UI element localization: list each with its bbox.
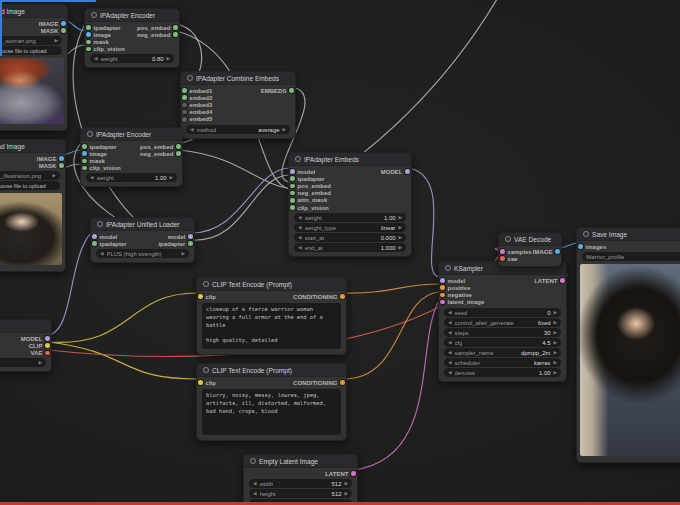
upload-button[interactable]: choose file to upload <box>0 46 62 55</box>
node-clip-text-encode-negative[interactable]: CLIP Text Encode (Prompt) clip CONDITION… <box>196 363 347 441</box>
input-neg-embed[interactable]: neg_embed <box>290 190 411 197</box>
collapse-icon[interactable] <box>445 265 451 271</box>
node-title-bar[interactable]: Load Image <box>0 5 67 18</box>
decrement-arrow-icon[interactable]: ◀ <box>448 310 452 315</box>
output-vae[interactable]: VAE <box>21 349 50 356</box>
input-images[interactable]: images <box>578 243 680 250</box>
output-model[interactable]: model <box>158 233 193 240</box>
node-title-bar[interactable]: VAE Decode <box>499 233 561 246</box>
next-arrow-icon[interactable]: ▶ <box>398 225 402 230</box>
input-clip-vision[interactable]: clip_vision <box>86 46 179 53</box>
node-clip-text-encode-positive[interactable]: CLIP Text Encode (Prompt) clip CONDITION… <box>196 277 347 355</box>
next-arrow-icon[interactable]: ▶ <box>553 350 557 355</box>
node-title-bar[interactable]: Empty Latent Image <box>244 455 357 468</box>
node-title-bar[interactable]: Save Image <box>577 228 680 241</box>
node-ipadapter-combine-embeds[interactable]: IPAdapter Combine Embeds embed1 embed2 e… <box>180 71 296 139</box>
node-ipadapter-unified-loader[interactable]: IPAdapter Unified Loader model ipadapter… <box>90 217 195 263</box>
node-load-image-2[interactable]: Load Image IMAGE MASK anime_illustration… <box>0 139 66 272</box>
output-mask[interactable]: MASK <box>37 162 64 169</box>
collapse-icon[interactable] <box>91 12 97 18</box>
widget-height[interactable]: ◀height512▶ <box>249 489 352 498</box>
next-arrow-icon[interactable]: ▶ <box>553 360 557 365</box>
increment-arrow-icon[interactable]: ▶ <box>553 370 557 375</box>
increment-arrow-icon[interactable]: ▶ <box>169 175 173 180</box>
node-load-checkpoint[interactable]: Load Checkpoint MODEL CLIP VAE sd15.safe… <box>0 319 52 372</box>
output-model[interactable]: MODEL <box>381 168 410 175</box>
next-arrow-icon[interactable]: ▶ <box>553 320 557 325</box>
widget-sampler-name[interactable]: ◀sampler_namedpmpp_2m▶ <box>444 348 561 357</box>
input-embed5[interactable]: embed5 <box>182 116 295 123</box>
prev-arrow-icon[interactable]: ◀ <box>448 360 452 365</box>
node-title-bar[interactable]: CLIP Text Encode (Prompt) <box>197 364 346 377</box>
widget-start-at[interactable]: ◀start_at0.000▶ <box>294 233 406 242</box>
prompt-textarea[interactable]: blurry, noisy, messy, lowres, jpeg, arti… <box>202 389 341 435</box>
decrement-arrow-icon[interactable]: ◀ <box>253 491 257 496</box>
image-file-select[interactable]: anime_illustration.png▶ <box>0 171 60 180</box>
decrement-arrow-icon[interactable]: ◀ <box>90 175 94 180</box>
next-arrow-icon[interactable]: ▶ <box>282 127 286 132</box>
output-embeds[interactable]: EMBEDS <box>261 87 294 94</box>
output-conditioning[interactable]: CONDITIONING <box>293 293 345 300</box>
node-title-bar[interactable]: IPAdapter Encoder <box>81 128 182 141</box>
input-attn-mask[interactable]: attn_mask <box>290 197 411 204</box>
node-vae-decode[interactable]: VAE Decode samples vae IMAGE <box>498 232 562 267</box>
output-clip[interactable]: CLIP <box>21 342 50 349</box>
input-mask[interactable]: mask <box>82 157 182 164</box>
input-pos-embed[interactable]: pos_embed <box>290 182 411 189</box>
input-vae[interactable]: vae <box>500 255 561 262</box>
next-arrow-icon[interactable]: ▶ <box>181 251 185 256</box>
decrement-arrow-icon[interactable]: ◀ <box>94 56 98 61</box>
input-negative[interactable]: negative <box>440 291 566 298</box>
increment-arrow-icon[interactable]: ▶ <box>398 215 402 220</box>
collapse-icon[interactable] <box>87 131 93 137</box>
node-load-image-1[interactable]: Load Image IMAGE MASK warrior_woman.png▶… <box>0 4 68 131</box>
collapse-icon[interactable] <box>250 458 256 464</box>
collapse-icon[interactable] <box>203 281 209 287</box>
widget-preset[interactable]: ◀PLUS (high strength)▶ <box>96 249 189 258</box>
output-image[interactable]: IMAGE <box>37 155 64 162</box>
prev-arrow-icon[interactable]: ◀ <box>448 320 452 325</box>
output-neg-embed[interactable]: neg_embed <box>137 31 178 38</box>
increment-arrow-icon[interactable]: ▶ <box>553 340 557 345</box>
output-image[interactable]: IMAGE <box>533 248 560 255</box>
input-clip-vision[interactable]: clip_vision <box>290 204 411 211</box>
output-conditioning[interactable]: CONDITIONING <box>293 379 345 386</box>
node-empty-latent-image[interactable]: Empty Latent Image LATENT ◀width512▶ ◀he… <box>243 454 358 505</box>
decrement-arrow-icon[interactable]: ◀ <box>253 481 257 486</box>
node-title-bar[interactable]: Load Checkpoint <box>0 320 51 333</box>
prev-arrow-icon[interactable]: ◀ <box>100 251 104 256</box>
collapse-icon[interactable] <box>203 367 209 373</box>
widget-width[interactable]: ◀width512▶ <box>249 479 352 488</box>
upload-button[interactable]: choose file to upload <box>0 181 60 190</box>
increment-arrow-icon[interactable]: ▶ <box>166 56 170 61</box>
input-ipadapter[interactable]: ipadapter <box>290 175 411 182</box>
widget-seed[interactable]: ◀seed0▶ <box>444 308 561 317</box>
prev-arrow-icon[interactable]: ◀ <box>448 350 452 355</box>
input-positive[interactable]: positive <box>440 284 566 291</box>
node-title-bar[interactable]: IPAdapter Combine Embeds <box>181 72 295 85</box>
collapse-icon[interactable] <box>505 236 511 242</box>
input-embed4[interactable]: embed4 <box>182 109 295 116</box>
increment-arrow-icon[interactable]: ▶ <box>398 235 402 240</box>
prompt-textarea[interactable]: closeup of a fierce warrior woman wearin… <box>202 303 341 349</box>
node-ipadapter-encoder-2[interactable]: IPAdapter Encoder ipadapter image mask c… <box>80 127 183 187</box>
increment-arrow-icon[interactable]: ▶ <box>344 481 348 486</box>
node-title-bar[interactable]: Load Image <box>0 140 65 153</box>
node-save-image[interactable]: Save Image images Warrior_profile <box>576 227 680 463</box>
node-ipadapter-encoder-1[interactable]: IPAdapter Encoder ipadapter image mask c… <box>84 8 180 68</box>
decrement-arrow-icon[interactable]: ◀ <box>298 235 302 240</box>
node-title-bar[interactable]: CLIP Text Encode (Prompt) <box>197 278 346 291</box>
node-ipadapter-embeds[interactable]: IPAdapter Embeds model ipadapter pos_emb… <box>288 152 412 257</box>
increment-arrow-icon[interactable]: ▶ <box>553 330 557 335</box>
node-title-bar[interactable]: IPAdapter Unified Loader <box>91 218 194 231</box>
widget-denoise[interactable]: ◀denoise1.00▶ <box>444 368 561 377</box>
widget-filename-prefix[interactable]: Warrior_profile <box>582 252 680 261</box>
collapse-icon[interactable] <box>295 156 301 162</box>
collapse-icon[interactable] <box>187 75 193 81</box>
widget-control-after-generate[interactable]: ◀control_after_generatefixed▶ <box>444 318 561 327</box>
node-ksampler[interactable]: KSampler model positive negative latent_… <box>438 261 567 382</box>
increment-arrow-icon[interactable]: ▶ <box>344 491 348 496</box>
decrement-arrow-icon[interactable]: ◀ <box>448 370 452 375</box>
collapse-icon[interactable] <box>583 231 589 237</box>
output-pos-embed[interactable]: pos_embed <box>137 24 178 31</box>
